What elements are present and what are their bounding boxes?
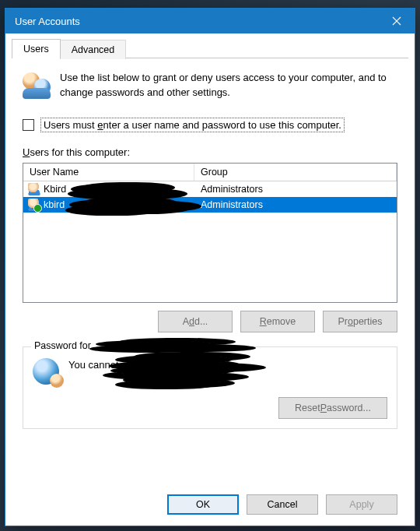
cancel-button[interactable]: Cancel: [247, 494, 318, 515]
titlebar[interactable]: User Accounts: [5, 9, 415, 33]
tabstrip: Users Advanced: [5, 33, 415, 58]
reset-password-button[interactable]: Reset Password...: [278, 397, 387, 419]
user-accounts-window: User Accounts Users Advanced Use the lis…: [5, 8, 415, 526]
redaction: [96, 340, 220, 351]
col-header-user[interactable]: User Name: [23, 164, 194, 181]
user-icon: [28, 199, 40, 211]
redaction: [71, 184, 164, 195]
tab-users[interactable]: Users: [12, 39, 61, 58]
ok-button[interactable]: OK: [167, 494, 239, 515]
intro-row: Use the list below to grant or deny user…: [23, 71, 397, 100]
password-groupbox: Password for You cannot change the passw…: [23, 346, 397, 429]
properties-button[interactable]: Properties: [323, 311, 397, 332]
table-row[interactable]: kbird Administrators: [23, 197, 397, 213]
window-title: User Accounts: [15, 16, 80, 27]
add-button[interactable]: Add...: [158, 311, 233, 332]
user-group-cell: Administrators: [194, 184, 397, 195]
close-icon: [392, 16, 401, 26]
col-header-group[interactable]: Group: [194, 164, 397, 181]
close-button[interactable]: [379, 9, 415, 33]
remove-button[interactable]: Remove: [240, 311, 315, 332]
require-login-row: Users must enter a user name and passwor…: [23, 118, 397, 132]
require-login-label[interactable]: Users must enter a user name and passwor…: [40, 118, 345, 132]
table-row[interactable]: Kbird Administrators: [23, 181, 397, 197]
users-grid[interactable]: User Name Group Kbird Administrators kbi…: [23, 163, 397, 303]
redaction: [69, 199, 163, 210]
grid-header: User Name Group: [23, 164, 397, 181]
user-icon: [28, 183, 40, 195]
apply-button[interactable]: Apply: [326, 494, 397, 515]
password-text: You cannot change the password for: [68, 358, 233, 386]
globe-user-icon: [33, 358, 59, 385]
users-list-label: Users for this computer:: [23, 146, 397, 158]
user-group-cell: Administrators: [194, 199, 397, 210]
require-login-checkbox[interactable]: [23, 119, 34, 131]
dialog-footer: OK Cancel Apply: [5, 480, 415, 526]
tab-advanced[interactable]: Advanced: [60, 40, 127, 59]
groupbox-legend: Password for: [31, 340, 223, 351]
tab-users-page: Use the list below to grant or deny user…: [5, 58, 415, 480]
grid-buttons: Add... Remove Properties: [23, 311, 397, 332]
user-name-cell: kbird: [44, 199, 65, 210]
intro-text: Use the list below to grant or deny user…: [60, 71, 397, 100]
users-icon: [23, 71, 51, 99]
user-name-cell: Kbird: [44, 184, 66, 195]
